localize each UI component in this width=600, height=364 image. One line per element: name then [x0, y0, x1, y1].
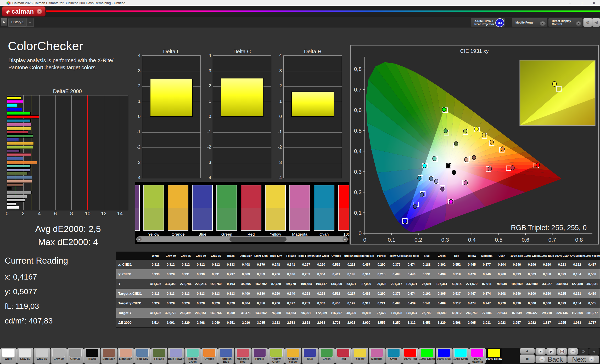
table-cell: 0,474 — [404, 289, 419, 298]
patch-button-moderate-red[interactable]: Moderate Red — [235, 348, 251, 364]
table-cell: 0,302 — [434, 260, 449, 269]
patch-button-orange-yellow[interactable]: Orange Yellow — [285, 348, 301, 364]
back-button[interactable]: «Back — [535, 355, 567, 363]
tab-history-1[interactable]: History 1 — [8, 18, 27, 27]
patch-button-white[interactable]: White — [0, 348, 17, 364]
patch-button-light-skin[interactable]: Light Skin — [117, 348, 134, 364]
side-panel-toggle-button[interactable]: ◀ — [592, 18, 600, 27]
settings-button[interactable]: ⚙ — [583, 18, 592, 27]
scroll-up-button[interactable]: ▲ — [520, 348, 535, 354]
stop-button[interactable]: ■ — [535, 348, 546, 355]
measured-point-7 — [464, 157, 468, 162]
patch-button-purplish-blue[interactable]: Purplish Blue — [218, 348, 234, 364]
patch-button-label: Moderate Red — [235, 357, 251, 363]
y-tick-label: 1 — [133, 99, 141, 104]
table-cell: 0,369 — [238, 269, 254, 279]
column-header: Gray 50 — [193, 252, 209, 260]
patch-button-100-red[interactable]: 100% Red — [402, 348, 419, 364]
table-cell: 0,329 — [223, 298, 239, 308]
de-bar-magenta — [7, 123, 31, 126]
table-cell: 381,977 — [585, 308, 600, 318]
y-tick-label: -3 — [203, 160, 211, 165]
patch-button-gray-80[interactable]: Gray 80 — [17, 348, 33, 364]
step-button[interactable]: [··] — [557, 348, 567, 355]
patch-button-foliage[interactable]: Foliage — [151, 348, 167, 364]
table-cell: 1,514 — [148, 318, 163, 327]
patch-button-gray-35[interactable]: Gray 35 — [67, 348, 84, 364]
table-cell: 59,778 — [284, 279, 299, 289]
table-cell: 0,268 — [494, 269, 509, 279]
cie-x-tick: 0,4 — [468, 237, 476, 243]
table-cell: 3,250 — [389, 318, 404, 327]
patch-button-black[interactable]: Black — [84, 348, 100, 364]
scroll-left-icon[interactable]: ◀ — [137, 237, 142, 242]
scroll-right-icon[interactable]: ▶ — [343, 237, 347, 242]
table-cell: 0,436 — [284, 269, 299, 279]
collapse-panel-button[interactable]: ▶ — [1, 18, 7, 26]
patch-button-100-cyan[interactable]: 100% Cyan — [452, 348, 469, 364]
de-bar-blue — [7, 138, 19, 141]
table-cell: 0,552 — [449, 260, 464, 269]
de-bar-gray-50 — [7, 195, 27, 198]
play-button-icon: ▶ — [548, 349, 554, 354]
patch-button-green[interactable]: Green — [318, 348, 335, 364]
strip-patch-yellow-green: Yellow Green — [143, 185, 164, 241]
cie-x-tick: 0,8 — [575, 237, 583, 243]
record-button[interactable]: ● — [589, 348, 599, 355]
patch-button-yellow-green[interactable]: Yellow Green — [268, 348, 285, 364]
patch-strip-scrollbar[interactable]: ◀ ▶ — [136, 236, 348, 242]
patch-button-purple[interactable]: Purple — [251, 348, 268, 364]
patch-button-100-yellow[interactable]: 100% Yellow — [486, 348, 502, 364]
display-control-dropdown[interactable]: Direct Display Control ▼ — [548, 18, 583, 27]
patch-button-dark-skin[interactable]: Dark Skin — [101, 348, 117, 364]
maximize-button[interactable]: □ — [576, 0, 588, 6]
cie-x-tick: 0,3 — [441, 237, 449, 243]
strip-patch-100-red: 100% Red — [338, 185, 349, 241]
patch-button-bluish-green[interactable]: Bluish Green — [184, 348, 201, 364]
scrollbar-thumb[interactable] — [229, 237, 287, 242]
measured-point-14 — [488, 167, 492, 171]
patch-button-gray-65[interactable]: Gray 65 — [34, 348, 50, 364]
table-cell: 0,250 — [268, 289, 284, 298]
measured-point-28 — [449, 200, 453, 204]
column-header: Dark Skin — [238, 252, 254, 260]
table-cell: 324,146 — [554, 308, 570, 318]
patch-button-orange[interactable]: Orange — [201, 348, 218, 364]
patch-button-yellow[interactable]: Yellow — [352, 348, 368, 364]
table-cell: 0,154 — [570, 269, 585, 279]
patch-chip — [220, 349, 232, 357]
loop-button-icon: ⟳ — [582, 349, 585, 354]
table-row: Target Y411,695325,773262,495202,151140,… — [116, 308, 600, 318]
patch-button-magenta[interactable]: Magenta — [369, 348, 385, 364]
patch-button-cyan[interactable]: Cyan — [385, 348, 402, 364]
patch-button-label: Gray 35 — [70, 357, 81, 360]
table-cell: 1,091 — [163, 318, 178, 327]
y-tick-label: -4 — [203, 175, 211, 180]
minimize-button[interactable]: – — [564, 0, 576, 6]
y-tick-label: 4 — [133, 53, 141, 58]
patch-button-100-blue[interactable]: 100% Blue — [436, 348, 452, 364]
patch-button-red[interactable]: Red — [335, 348, 352, 364]
current-reading-y: y: 0,5077 — [5, 287, 37, 296]
close-button[interactable]: ✕ — [588, 0, 600, 6]
next-button[interactable]: Next» — [567, 355, 599, 363]
pattern-window-button[interactable]: ■ — [520, 354, 535, 363]
patch-button-100-green[interactable]: 100% Green — [419, 348, 435, 364]
play-button[interactable]: ▶ — [546, 348, 557, 355]
patch-button-blue-sky[interactable]: Blue Sky — [134, 348, 151, 364]
patch-button-gray-50[interactable]: Gray 50 — [51, 348, 67, 364]
table-row: ΔE 20001,5141,0912,2292,4683,0490,5512,0… — [116, 318, 600, 327]
gridline — [39, 95, 40, 210]
continuous-button[interactable]: ∞ — [568, 348, 578, 355]
calman-menu-button[interactable]: ◈ calman ▼ — [2, 6, 46, 16]
patch-button-blue-flower[interactable]: Blue Flower — [168, 348, 184, 364]
patch-button-blue[interactable]: Blue — [302, 348, 318, 364]
loop-button[interactable]: ⟳ — [578, 348, 589, 355]
patch-button-100-magenta[interactable]: 100% Magenta — [469, 348, 486, 364]
measured-point-27 — [423, 163, 426, 168]
de-bar-bluish-green — [7, 164, 31, 168]
add-tab-button[interactable]: + — [26, 18, 34, 27]
strip-patch-red: Red — [241, 185, 261, 236]
cie-y-tick: 0,5 — [354, 128, 362, 134]
source-dropdown[interactable]: Mobile Forge ▼ — [512, 18, 547, 27]
